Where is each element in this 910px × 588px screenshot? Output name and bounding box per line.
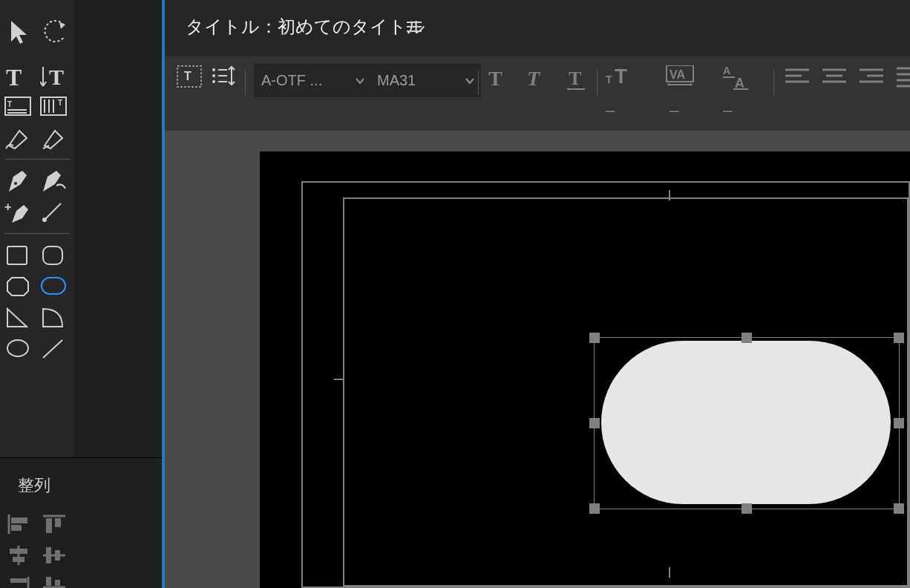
toolbar-separator (478, 70, 479, 95)
canvas-area[interactable] (165, 131, 910, 588)
kerning-icon[interactable]: VA (665, 65, 696, 91)
svg-point-40 (212, 68, 215, 71)
svg-text:T: T (184, 70, 192, 82)
align-left-icon[interactable] (7, 514, 30, 534)
svg-text:+: + (4, 200, 11, 213)
toolbox: T T T T + (0, 0, 74, 457)
font-family-dropdown[interactable]: A-OTF ... (254, 64, 371, 97)
selection-tool-icon[interactable] (9, 19, 31, 45)
title-name: 初めてのタイトル (278, 16, 425, 36)
tool-row: + (0, 200, 74, 233)
vertical-path-type-tool-icon[interactable] (40, 128, 65, 150)
align-left-text-icon[interactable] (785, 68, 809, 86)
title-templates-icon[interactable]: T (177, 65, 202, 88)
delete-anchor-tool-icon[interactable] (40, 200, 65, 224)
handle-se[interactable] (894, 503, 904, 514)
handle-s[interactable] (742, 503, 752, 514)
selection-box (594, 337, 900, 509)
align-center-text-icon[interactable] (822, 68, 846, 86)
type-tool-icon[interactable]: T (6, 64, 22, 91)
svg-rect-31 (10, 578, 27, 583)
wedge-tool-icon[interactable] (6, 307, 28, 328)
area-type-tool-icon[interactable]: T (4, 97, 31, 117)
clipped-corner-tool-icon[interactable] (6, 276, 30, 297)
handle-e[interactable] (894, 418, 904, 428)
svg-text:VA: VA (670, 68, 685, 81)
svg-rect-15 (42, 278, 65, 294)
rotate-tool-icon[interactable] (42, 19, 67, 43)
rounded-rectangle-tool-icon[interactable] (42, 245, 64, 266)
tool-row: T T (0, 64, 74, 97)
svg-point-10 (14, 182, 17, 185)
align-right-text-icon[interactable] (860, 68, 883, 86)
arc-tool-icon[interactable] (42, 307, 64, 328)
svg-rect-28 (46, 547, 51, 564)
line-tool-icon[interactable] (42, 339, 64, 359)
svg-text:A: A (723, 65, 730, 76)
handle-n[interactable] (742, 333, 752, 343)
main-panel: タイトル：初めてのタイトル T A-OTF ... MA31 T T T (165, 0, 910, 588)
svg-rect-33 (46, 577, 51, 586)
svg-rect-13 (7, 246, 27, 264)
rectangle-tool-icon[interactable] (6, 245, 28, 266)
pen-tool-icon[interactable] (6, 169, 30, 195)
vertical-type-tool-icon[interactable]: T (40, 64, 70, 89)
align-right-icon[interactable] (7, 577, 30, 588)
align-hcenter-icon[interactable] (7, 546, 30, 565)
text-toolbar: T A-OTF ... MA31 T T T TT – VA (165, 56, 910, 131)
svg-rect-20 (11, 525, 22, 531)
tool-row (0, 128, 74, 160)
svg-rect-19 (11, 517, 27, 523)
svg-rect-29 (55, 550, 60, 561)
underline-icon[interactable]: T (566, 67, 588, 92)
svg-text:T: T (569, 68, 581, 89)
svg-rect-34 (55, 580, 60, 586)
round-corner-rect-tool-icon[interactable] (40, 276, 67, 295)
tool-row (0, 169, 74, 202)
handle-ne[interactable] (894, 333, 904, 343)
font-style-dropdown[interactable]: MA31 (370, 64, 481, 97)
convert-anchor-tool-icon[interactable] (40, 169, 67, 195)
toolbar-separator (245, 70, 246, 95)
tab-stops-icon[interactable] (211, 65, 236, 88)
ellipse-tool-icon[interactable] (6, 339, 30, 358)
panel-menu-icon[interactable] (407, 21, 422, 33)
vertical-area-type-tool-icon[interactable]: T (40, 97, 67, 117)
svg-text:T: T (7, 100, 12, 108)
align-bottom-icon[interactable] (43, 577, 65, 588)
tool-row (0, 245, 74, 278)
handle-nw[interactable] (589, 333, 600, 343)
tool-row (0, 19, 74, 52)
path-type-tool-icon[interactable] (4, 128, 30, 150)
svg-text:T: T (49, 65, 64, 89)
composition-frame (260, 151, 910, 588)
separator (4, 233, 70, 234)
font-family-value: A-OTF ... (261, 72, 322, 89)
bold-icon[interactable]: T (488, 67, 503, 91)
svg-rect-22 (46, 518, 52, 533)
font-size-value[interactable]: – (606, 101, 615, 120)
svg-text:T: T (615, 65, 627, 88)
kerning-value[interactable]: – (670, 101, 678, 120)
align-top-icon[interactable] (43, 514, 65, 534)
tool-row: T T (0, 97, 74, 129)
align-vcenter-icon[interactable] (43, 546, 65, 565)
font-style-value: MA31 (377, 72, 416, 89)
align-justify-text-icon[interactable] (897, 67, 910, 88)
leading-value[interactable]: – (723, 101, 732, 120)
tool-row (0, 307, 74, 340)
tool-row (0, 276, 74, 309)
svg-rect-26 (13, 557, 24, 562)
italic-icon[interactable]: T (527, 67, 540, 91)
handle-sw[interactable] (589, 503, 600, 514)
title-prefix: タイトル： (186, 16, 278, 36)
align-panel: 整列 (0, 457, 162, 588)
font-size-icon[interactable]: TT (606, 64, 637, 91)
svg-rect-14 (43, 246, 62, 264)
handle-w[interactable] (589, 418, 600, 428)
leading-icon[interactable]: AA (721, 64, 751, 91)
add-anchor-tool-icon[interactable]: + (4, 200, 31, 226)
title-header: タイトル：初めてのタイトル (165, 0, 910, 56)
svg-text:T: T (58, 99, 62, 107)
toolbar-separator (773, 70, 774, 95)
